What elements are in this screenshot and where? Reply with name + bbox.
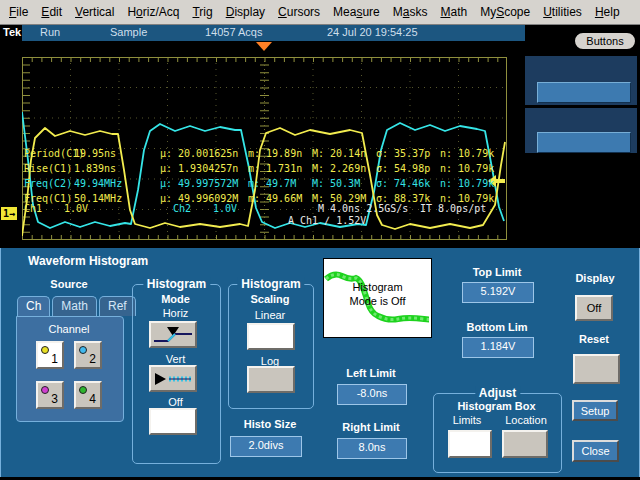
- side-panel-lower-button[interactable]: [537, 132, 631, 153]
- close-button[interactable]: Close: [572, 440, 619, 462]
- histo-size-value[interactable]: 2.0divs: [230, 436, 302, 457]
- limits-label: Limits: [440, 414, 494, 426]
- channel-4-button[interactable]: 4: [74, 381, 102, 409]
- preview-text-line1: Histogram: [324, 281, 431, 293]
- histogram-preview-box: Histogram Mode is Off: [323, 258, 432, 338]
- channel-label: Channel: [17, 323, 121, 335]
- top-limit-value[interactable]: 5.192V: [462, 282, 534, 303]
- linear-label: Linear: [229, 309, 311, 321]
- menu-item-display[interactable]: Display: [226, 5, 265, 19]
- scaling-linear-button[interactable]: [247, 323, 295, 350]
- vert-label: Vert: [133, 353, 218, 365]
- trigger-readout: A Ch1 ∕ 1.52V: [288, 215, 366, 226]
- panel-title: Waveform Histogram: [28, 254, 148, 268]
- right-limit-value[interactable]: 8.0ns: [337, 438, 407, 459]
- acquisition-mode: Sample: [110, 26, 147, 38]
- histogram-mode-horiz-button[interactable]: [149, 321, 197, 348]
- menu-item-masks[interactable]: Masks: [393, 5, 428, 19]
- ch1-scale: 1.0V: [64, 203, 88, 214]
- measurement-row-freq-c2: Freq(C2)49.94MHz μ: 49.997572Mm: 49.7M M…: [0, 178, 640, 190]
- menu-item-file[interactable]: File: [9, 5, 28, 19]
- horiz-label: Horiz: [133, 307, 218, 319]
- setup-button[interactable]: Setup: [572, 400, 618, 421]
- menu-item-vertical[interactable]: Vertical: [75, 5, 114, 19]
- timebase-readout: M 4.0ns 2.5GS/s: [318, 203, 408, 214]
- adjust-limits-button[interactable]: [448, 430, 492, 458]
- menu-item-edit[interactable]: Edit: [41, 5, 62, 19]
- oscilloscope-screen: File Edit Vertical Horiz/Acq Trig Displa…: [0, 0, 640, 480]
- source-channel-box: Channel 1 2 3 4: [16, 316, 124, 422]
- display-label: Display: [565, 272, 625, 284]
- mode-label: Mode: [133, 293, 218, 305]
- reset-button[interactable]: [573, 354, 620, 384]
- waveform-display: Period(C1)19.95ns μ: 20.001625nm: 19.89n…: [0, 41, 640, 245]
- status-bar: Tek Run Sample 14057 Acqs 24 Jul 20 19:5…: [0, 25, 640, 41]
- top-limit-label: Top Limit: [455, 266, 539, 278]
- ch2-color-dot-icon: [79, 346, 87, 354]
- histogram-box-label: Histogram Box: [434, 400, 559, 412]
- status-readout-bar: Run Sample 14057 Acqs 24 Jul 20 19:54:25: [22, 25, 525, 41]
- off-label: Off: [133, 396, 218, 408]
- resolution-readout: IT 8.0ps/pt: [420, 203, 486, 214]
- menu-item-horiz-acq[interactable]: Horiz/Acq: [127, 5, 179, 19]
- tab-math[interactable]: Math: [52, 296, 97, 316]
- histogram-mode-group: Histogram Mode Horiz Vert Off: [132, 284, 221, 464]
- trigger-position-icon[interactable]: [256, 42, 272, 51]
- horiz-histogram-icon: [153, 326, 193, 344]
- ch2-label: Ch2: [173, 203, 191, 214]
- menu-item-help[interactable]: Help: [595, 5, 620, 19]
- tek-logo: Tek: [3, 26, 21, 38]
- ch1-label: Ch1: [24, 203, 42, 214]
- waveform-histogram-panel: Waveform Histogram Source Ch Math Ref Ch…: [0, 245, 640, 480]
- scaling-label: Scaling: [229, 293, 311, 305]
- ch4-color-dot-icon: [79, 386, 87, 394]
- channel-3-button[interactable]: 3: [36, 381, 64, 409]
- tab-ch[interactable]: Ch: [17, 296, 50, 316]
- menu-item-cursors[interactable]: Cursors: [278, 5, 320, 19]
- left-limit-label: Left Limit: [335, 367, 407, 379]
- histogram-scaling-group: Histogram Scaling Linear Log: [228, 284, 314, 409]
- menu-item-trig[interactable]: Trig: [192, 5, 212, 19]
- ch1-ground-marker[interactable]: 1→: [1, 207, 17, 220]
- side-panel-lower: [524, 107, 638, 154]
- scaling-log-button[interactable]: [247, 366, 295, 393]
- buttons-button[interactable]: Buttons: [573, 31, 637, 51]
- acquisition-count: 14057 Acqs: [205, 26, 263, 38]
- right-limit-label: Right Limit: [332, 421, 410, 433]
- datetime: 24 Jul 20 19:54:25: [327, 26, 418, 38]
- acquisition-state: Run: [40, 26, 60, 38]
- bottom-limit-value[interactable]: 1.184V: [462, 337, 534, 358]
- channel-1-button[interactable]: 1: [36, 341, 64, 369]
- display-off-button[interactable]: Off: [575, 295, 613, 321]
- ch1-color-dot-icon: [41, 346, 49, 354]
- preview-text-line2: Mode is Off: [324, 295, 431, 307]
- left-limit-value[interactable]: -8.0ns: [337, 384, 407, 405]
- menu-bar: File Edit Vertical Horiz/Acq Trig Displa…: [0, 0, 640, 25]
- side-panel-upper: [524, 55, 638, 106]
- ch2-scale: 1.0V: [213, 203, 237, 214]
- histogram-mode-vert-button[interactable]: [149, 365, 197, 392]
- menu-item-math[interactable]: Math: [440, 5, 467, 19]
- side-panel-upper-button[interactable]: [537, 82, 631, 103]
- menu-item-utilities[interactable]: Utilities: [543, 5, 582, 19]
- menu-item-myscope[interactable]: MyScope: [480, 5, 530, 19]
- histo-size-label: Histo Size: [228, 418, 312, 430]
- histogram-mode-off-button[interactable]: [149, 408, 197, 435]
- tab-ref[interactable]: Ref: [99, 296, 136, 316]
- channel-2-button[interactable]: 2: [74, 341, 102, 369]
- ch3-color-dot-icon: [41, 386, 49, 394]
- bottom-limit-label: Bottom Lim: [452, 321, 542, 333]
- menu-item-measure[interactable]: Measure: [333, 5, 380, 19]
- location-label: Location: [498, 414, 554, 426]
- adjust-location-button[interactable]: [502, 430, 548, 458]
- source-tabs: Ch Math Ref: [17, 296, 136, 316]
- vert-histogram-icon: [153, 370, 193, 388]
- source-label: Source: [16, 278, 122, 290]
- reset-label: Reset: [568, 333, 620, 345]
- adjust-group: Adjust Histogram Box Limits Location: [433, 393, 562, 473]
- measurement-row-rise: Rise(C1)1.839ns μ: 1.9304257nm: 1.731n M…: [0, 163, 640, 175]
